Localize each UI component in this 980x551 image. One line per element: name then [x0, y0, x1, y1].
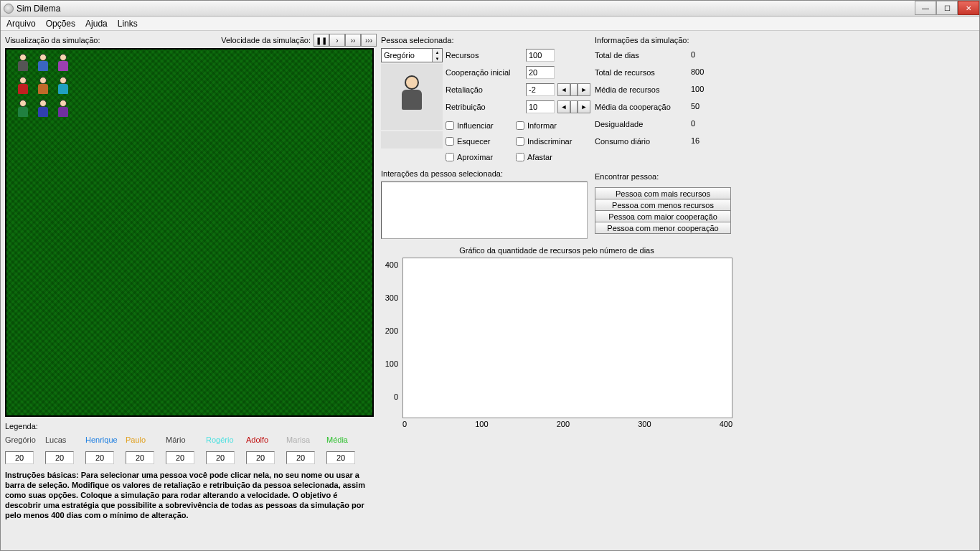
- total-rec-value: 800: [688, 66, 720, 79]
- menu-ajuda[interactable]: Ajuda: [85, 19, 108, 29]
- x-tick: 200: [557, 420, 570, 428]
- instructions-text: Instruções básicas: Para selecionar uma …: [5, 470, 374, 520]
- y-tick: 0: [394, 392, 398, 401]
- legend-item[interactable]: Adolfo20: [246, 435, 286, 464]
- speed-3-button[interactable]: ›››: [361, 34, 377, 47]
- sim-info-panel: Informações da simulação: Total de dias0…: [595, 34, 732, 164]
- close-button[interactable]: ✕: [958, 1, 979, 15]
- legend-item[interactable]: Gregório20: [5, 435, 45, 464]
- name-spin-up-icon[interactable]: ▲: [432, 49, 442, 55]
- legend-name: Média: [326, 435, 367, 447]
- check-afastar-label: Afastar: [527, 153, 552, 161]
- legend-value: 20: [5, 451, 34, 464]
- person-name-select[interactable]: Gregório ▲ ▼: [381, 48, 443, 62]
- desig-value: 0: [688, 118, 720, 131]
- retrib-label: Retribuição: [446, 103, 523, 111]
- y-tick: 300: [385, 293, 398, 302]
- find-menos-recursos-button[interactable]: Pessoa com menos recursos: [595, 199, 731, 211]
- x-tick: 0: [402, 420, 407, 428]
- app-icon: [4, 4, 14, 14]
- interactions-box[interactable]: [381, 182, 588, 239]
- check-indiscriminar[interactable]: Indiscriminar: [516, 134, 580, 149]
- find-mais-recursos-button[interactable]: Pessoa com mais recursos: [595, 187, 731, 199]
- sim-sprite[interactable]: [54, 77, 72, 98]
- menu-opcoes[interactable]: Opções: [46, 19, 75, 29]
- retal-track[interactable]: [570, 83, 578, 96]
- sim-sprite[interactable]: [14, 77, 32, 98]
- consumo-value: 16: [688, 135, 720, 148]
- legend-name: Paulo: [126, 435, 166, 447]
- retal-label: Retaliação: [446, 85, 523, 94]
- chart-title: Gráfico da quantidade de recursos pelo n…: [381, 246, 732, 258]
- retal-value[interactable]: -2: [526, 83, 555, 96]
- sim-sprite[interactable]: [54, 100, 72, 121]
- retal-down-button[interactable]: ◄: [557, 83, 570, 96]
- check-esquecer[interactable]: Esquecer: [446, 134, 510, 149]
- check-afastar[interactable]: Afastar: [516, 150, 580, 164]
- menu-links[interactable]: Links: [118, 19, 138, 29]
- desig-label: Desigualdade: [595, 120, 688, 128]
- check-aproximar[interactable]: Aproximar: [446, 150, 510, 164]
- avatar-sprite: [393, 75, 430, 118]
- maximize-button[interactable]: ☐: [936, 1, 958, 15]
- name-spin-down-icon[interactable]: ▼: [432, 55, 442, 62]
- consumo-label: Consumo diário: [595, 137, 688, 146]
- total-dias-label: Total de dias: [595, 51, 688, 60]
- chart-area: Gráfico da quantidade de recursos pelo n…: [381, 246, 732, 428]
- legend-value: 20: [166, 451, 194, 464]
- legend-item[interactable]: Mário20: [166, 435, 206, 464]
- pause-button[interactable]: ❚❚: [314, 34, 329, 47]
- media-coop-label: Média da cooperação: [595, 103, 688, 111]
- legend-item[interactable]: Marisa20: [286, 435, 326, 464]
- simulation-view[interactable]: [5, 48, 374, 417]
- find-menor-coop-button[interactable]: Pessoa com menor cooperação: [595, 222, 731, 234]
- legend-value: 20: [85, 451, 114, 464]
- check-informar[interactable]: Informar: [516, 118, 580, 133]
- legend-value: 20: [246, 451, 275, 464]
- legend-item[interactable]: Média20: [326, 435, 367, 464]
- chart-y-axis: 4003002001000: [381, 258, 402, 418]
- y-tick: 400: [385, 260, 398, 269]
- person-panel: Pessoa selecionada: Gregório ▲ ▼: [381, 34, 590, 164]
- x-tick: 300: [638, 420, 651, 428]
- legend-item[interactable]: Rogério20: [206, 435, 246, 464]
- person-section-label: Pessoa selecionada:: [381, 34, 590, 47]
- legend-name: Adolfo: [246, 435, 286, 447]
- retrib-value[interactable]: 10: [526, 100, 555, 113]
- retrib-up-button[interactable]: ►: [578, 100, 590, 113]
- retrib-track[interactable]: [570, 100, 578, 113]
- interactions-group: Interações da pessoa selecionada:: [381, 167, 590, 239]
- sim-sprite[interactable]: [34, 77, 52, 98]
- check-informar-label: Informar: [527, 121, 557, 130]
- sim-sprite[interactable]: [34, 54, 52, 75]
- chart-plot: [402, 258, 732, 418]
- total-dias-value: 0: [688, 49, 720, 62]
- window-title: Sim Dilema: [17, 4, 60, 14]
- legend-item[interactable]: Paulo20: [126, 435, 166, 464]
- person-avatar-col: Gregório ▲ ▼: [381, 48, 443, 164]
- legend-name: Marisa: [286, 435, 326, 447]
- speed-controls: ❚❚ › ›› ›››: [314, 34, 377, 47]
- person-fields: Recursos 100 Cooperação inicial 20 Retal…: [446, 48, 590, 164]
- minimize-button[interactable]: —: [915, 1, 936, 15]
- sim-sprite[interactable]: [54, 54, 72, 75]
- legend-item[interactable]: Lucas20: [45, 435, 85, 464]
- sim-sprite[interactable]: [14, 54, 32, 75]
- retrib-down-button[interactable]: ◄: [557, 100, 570, 113]
- find-group: Encontrar pessoa: Pessoa com mais recurs…: [595, 170, 732, 239]
- check-influenciar[interactable]: Influenciar: [446, 118, 510, 133]
- sim-info-label: Informações da simulação:: [595, 34, 732, 47]
- menu-arquivo[interactable]: Arquivo: [6, 19, 36, 29]
- sim-sprite[interactable]: [14, 100, 32, 121]
- speed-1-button[interactable]: ›: [329, 34, 345, 47]
- media-rec-value: 100: [688, 83, 720, 96]
- x-tick: 400: [720, 420, 732, 428]
- recursos-value: 100: [526, 49, 555, 62]
- legend-name: Mário: [166, 435, 206, 447]
- find-maior-coop-button[interactable]: Pessoa com maior cooperação: [595, 210, 731, 222]
- retal-up-button[interactable]: ►: [578, 83, 590, 96]
- speed-2-button[interactable]: ››: [345, 34, 361, 47]
- sim-sprite[interactable]: [34, 100, 52, 121]
- legend-item[interactable]: Henrique20: [85, 435, 126, 464]
- top-right-panels: Pessoa selecionada: Gregório ▲ ▼: [381, 34, 732, 164]
